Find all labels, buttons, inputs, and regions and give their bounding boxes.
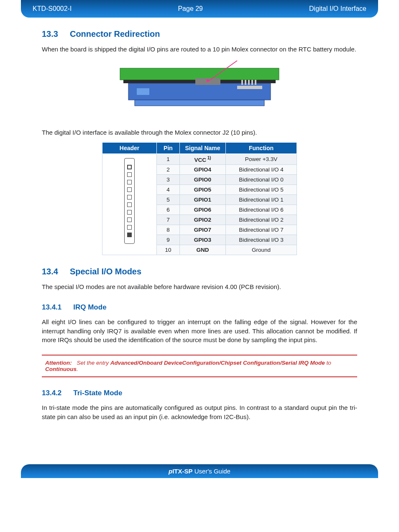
heading-number: 13.4.2 [42, 389, 61, 397]
heading-title: Special I/O Modes [70, 267, 141, 276]
attention-label: Attention: [45, 360, 72, 366]
signal-name: GPIO1 [180, 195, 226, 205]
pin-number: 10 [157, 245, 180, 255]
pin-number: 1 [157, 153, 180, 165]
pin-number: 5 [157, 195, 180, 205]
footer-rest: User's Guide [193, 468, 230, 475]
pin-function: Bidirectional I/O 3 [226, 235, 297, 245]
heading-number: 13.4 [42, 267, 58, 276]
heading-13-4-2: 13.4.2 Tri-State Mode [42, 389, 357, 397]
attention-text-pre: Set the entry [77, 360, 110, 366]
attention-text-mid: to [325, 360, 331, 366]
footer-product: ITX-SP [172, 468, 192, 475]
heading-title: Tri-State Mode [73, 389, 122, 397]
paragraph: When the board is shipped the digital I/… [42, 45, 357, 54]
pin-number: 8 [157, 225, 180, 235]
pinout-table: Header Pin Signal Name Function 1VCC 1)P… [102, 142, 297, 256]
svg-rect-10 [245, 80, 246, 85]
page-number: Page 29 [178, 5, 203, 13]
col-header: Signal Name [180, 142, 226, 153]
svg-rect-7 [137, 88, 149, 95]
doc-id: KTD-S0002-I [33, 5, 72, 13]
page-footer: pITX-SP User's Guide [21, 464, 378, 478]
board-3d-icon [112, 59, 287, 118]
heading-number: 13.4.1 [42, 303, 61, 312]
svg-rect-13 [255, 80, 256, 85]
signal-name: GPIO6 [180, 205, 226, 215]
heading-13-4-1: 13.4.1 IRQ Mode [42, 303, 357, 312]
pin-number: 6 [157, 205, 180, 215]
signal-name: GPIO0 [180, 175, 226, 185]
pin-function: Power +3.3V [226, 153, 297, 165]
pin-function: Bidirectional I/O 7 [226, 225, 297, 235]
pin-function: Bidirectional I/O 6 [226, 205, 297, 215]
attention-path: Advanced/Onboard DeviceConfiguration/Chi… [110, 360, 325, 366]
svg-rect-8 [237, 86, 262, 89]
signal-name: VCC 1) [180, 153, 226, 165]
attention-value: Continuous [45, 366, 77, 372]
signal-name: GPIO2 [180, 215, 226, 225]
heading-title: IRQ Mode [73, 303, 106, 312]
pin-number: 9 [157, 235, 180, 245]
attention-text-post: . [77, 366, 78, 372]
signal-name: GND [180, 245, 226, 255]
signal-name: GPIO7 [180, 225, 226, 235]
paragraph: The digital I/O interface is available t… [42, 128, 357, 137]
pin-function: Bidirectional I/O 1 [226, 195, 297, 205]
paragraph: All eight I/O lines can be configured to… [42, 317, 357, 345]
col-header: Function [226, 142, 297, 153]
pin-function: Bidirectional I/O 0 [226, 175, 297, 185]
pin-number: 3 [157, 175, 180, 185]
paragraph: In tri-state mode the pins are automatic… [42, 403, 357, 422]
signal-name: GPIO3 [180, 235, 226, 245]
signal-name: GPIO5 [180, 185, 226, 195]
svg-rect-11 [248, 80, 250, 85]
pin-number: 7 [157, 215, 180, 225]
heading-13-3: 13.3 Connector Redirection [42, 29, 357, 39]
board-illustration [42, 59, 357, 119]
svg-rect-9 [241, 80, 243, 85]
section-name: Digital I/O Interface [309, 5, 366, 13]
col-header: Header [102, 142, 157, 153]
heading-13-4: 13.4 Special I/O Modes [42, 267, 357, 276]
signal-name: GPIO4 [180, 165, 226, 175]
attention-callout: Attention: Set the entry Advanced/Onboar… [42, 355, 357, 377]
paragraph: The special I/O modes are not available … [42, 282, 357, 292]
page-content: 13.3 Connector Redirection When the boar… [0, 29, 399, 435]
svg-rect-3 [135, 100, 264, 106]
svg-rect-12 [251, 80, 253, 85]
heading-title: Connector Redirection [70, 29, 160, 39]
page-header: KTD-S0002-I Page 29 Digital I/O Interfac… [21, 0, 378, 18]
pin-function: Bidirectional I/O 5 [226, 185, 297, 195]
pin-number: 2 [157, 165, 180, 175]
svg-rect-0 [120, 68, 279, 80]
connector-diagram-icon [124, 158, 135, 244]
col-header: Pin [157, 142, 180, 153]
pin-number: 4 [157, 185, 180, 195]
header-diagram-cell [102, 153, 157, 255]
pin-function: Ground [226, 245, 297, 255]
pin-function: Bidirectional I/O 4 [226, 165, 297, 175]
pin-function: Bidirectional I/O 2 [226, 215, 297, 225]
heading-number: 13.3 [42, 29, 58, 39]
footer-prefix: p [169, 468, 172, 475]
